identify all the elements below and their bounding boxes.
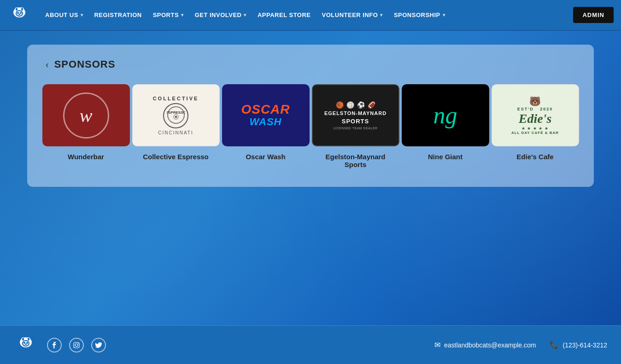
svg-point-18 xyxy=(22,338,24,341)
sponsor-name-oscar: Oscar Wash xyxy=(246,153,285,161)
sponsor-logo-edies: 🐻 EST'D 2020 Edie's ★ ★ ★ ★ ★ ALL DAY CA… xyxy=(492,84,579,146)
svg-point-24 xyxy=(25,343,27,345)
sponsor-item-wunderbar[interactable]: w Wunderbar xyxy=(46,84,126,168)
sponsor-item-egelston[interactable]: 🏀 🏐 ⚽ 🏈 EGELSTON-MAYNARD SPORTS LICENSED… xyxy=(315,84,396,168)
admin-button[interactable]: ADMIN xyxy=(573,7,614,23)
sponsor-name-edies: Edie's Cafe xyxy=(516,153,553,161)
volunteer-info-chevron-icon: ▾ xyxy=(380,12,383,17)
about-us-chevron-icon: ▾ xyxy=(81,12,83,17)
sponsor-item-nine-giant[interactable]: ng Nine Giant xyxy=(405,84,486,168)
svg-point-26 xyxy=(75,344,78,347)
svg-point-11 xyxy=(168,107,184,123)
sports-chevron-icon: ▾ xyxy=(181,12,184,17)
svg-point-14 xyxy=(175,116,177,118)
footer-contact: ✉ eastlandbobcats@example.com 📞 (123)-61… xyxy=(434,341,607,349)
svg-point-27 xyxy=(78,343,78,343)
footer: ✉ eastlandbobcats@example.com 📞 (123)-61… xyxy=(0,325,621,364)
svg-point-8 xyxy=(17,12,19,14)
footer-phone: 📞 (123)-614-3212 xyxy=(550,341,607,349)
back-button[interactable]: ‹ xyxy=(46,59,49,70)
sponsor-logo-nine-giant: ng xyxy=(402,84,489,146)
svg-point-23 xyxy=(26,342,28,344)
sponsors-card: ‹ SPONSORS w Wunderbar COL xyxy=(27,45,594,187)
svg-rect-25 xyxy=(74,342,79,348)
sponsor-item-collective-espresso[interactable]: COLLECTIVE ESPRESSO CIN xyxy=(135,84,216,168)
nav-item-sponsorship[interactable]: SPONSORSHIP ▾ xyxy=(389,8,450,22)
svg-point-10 xyxy=(18,13,20,15)
nav-items-container: ABOUT US ▾ REGISTRATION SPORTS ▾ GET INV… xyxy=(41,8,573,22)
svg-point-9 xyxy=(20,12,22,14)
main-content: ‹ SPONSORS w Wunderbar COL xyxy=(0,31,621,325)
instagram-icon[interactable] xyxy=(69,338,84,352)
nav-item-volunteer-info[interactable]: VOLUNTEER INFO ▾ xyxy=(317,8,387,22)
sponsors-header: ‹ SPONSORS xyxy=(46,58,575,70)
nav-item-registration[interactable]: REGISTRATION xyxy=(89,8,146,22)
phone-icon: 📞 xyxy=(550,341,559,349)
footer-email: ✉ eastlandbobcats@example.com xyxy=(434,341,536,349)
sponsorship-chevron-icon: ▾ xyxy=(443,12,445,17)
sponsor-name-egelston: Egelston-Maynard Sports xyxy=(315,153,396,168)
sponsor-name-collective: Collective Espresso xyxy=(143,153,209,161)
sponsor-name-wunderbar: Wunderbar xyxy=(68,153,104,161)
page-title: SPONSORS xyxy=(54,58,116,70)
twitter-icon[interactable] xyxy=(91,338,106,352)
svg-point-4 xyxy=(16,8,18,11)
email-icon: ✉ xyxy=(434,341,440,349)
sponsor-item-oscar-wash[interactable]: OSCAR WASH Oscar Wash xyxy=(225,84,306,168)
svg-point-22 xyxy=(23,342,25,344)
footer-logo xyxy=(14,333,38,357)
sponsor-logo-wunderbar: w xyxy=(42,84,130,146)
nav-item-get-involved[interactable]: GET INVOLVED ▾ xyxy=(190,8,251,22)
svg-text:ESPRESSO: ESPRESSO xyxy=(167,110,185,115)
nav-logo[interactable] xyxy=(7,3,31,27)
svg-point-5 xyxy=(21,8,23,11)
get-involved-chevron-icon: ▾ xyxy=(244,12,246,17)
sponsor-name-nine-giant: Nine Giant xyxy=(428,153,463,161)
nav-item-sports[interactable]: SPORTS ▾ xyxy=(148,8,188,22)
sponsor-logo-collective: COLLECTIVE ESPRESSO CIN xyxy=(132,84,220,146)
main-nav: ABOUT US ▾ REGISTRATION SPORTS ▾ GET INV… xyxy=(0,0,621,31)
sponsors-grid: w Wunderbar COLLECTIVE xyxy=(46,84,575,168)
sponsor-logo-egelston: 🏀 🏐 ⚽ 🏈 EGELSTON-MAYNARD SPORTS LICENSED… xyxy=(312,84,399,146)
nav-item-apparel-store[interactable]: APPAREL STORE xyxy=(253,8,316,22)
sponsor-item-edies-cafe[interactable]: 🐻 EST'D 2020 Edie's ★ ★ ★ ★ ★ ALL DAY CA… xyxy=(495,84,575,168)
svg-point-19 xyxy=(28,338,29,341)
footer-socials xyxy=(47,338,106,352)
nav-item-about-us[interactable]: ABOUT US ▾ xyxy=(41,8,88,22)
sponsor-logo-oscar: OSCAR WASH xyxy=(222,84,310,146)
facebook-icon[interactable] xyxy=(47,338,62,352)
